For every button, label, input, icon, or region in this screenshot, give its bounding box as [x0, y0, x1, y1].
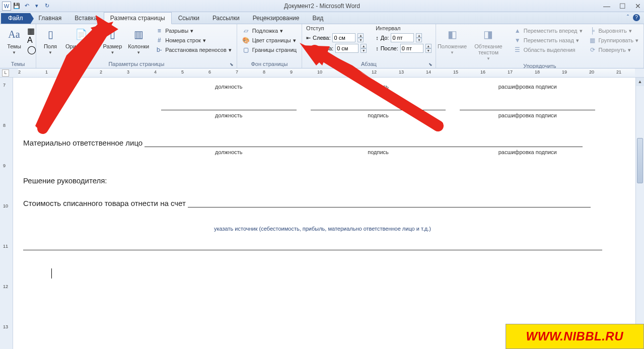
align-icon: ╞: [589, 27, 597, 35]
maximize-button[interactable]: ☐: [619, 2, 626, 10]
columns-icon: ▥: [130, 26, 147, 42]
margins-button[interactable]: ▯ Поля ▼: [39, 25, 61, 56]
backward-icon: ▼: [514, 36, 522, 44]
position-icon: ◧: [444, 26, 460, 42]
page-borders-button[interactable]: ▢Границы страниц: [240, 45, 299, 54]
group-page-background: ▱Подложка ▾ 🎨Цвет страницы ▾ ▢Границы ст…: [237, 24, 302, 68]
qat-dropdown-icon[interactable]: ▾: [32, 2, 41, 11]
document-page[interactable]: должность подпись расшифровка подписи до…: [13, 78, 644, 349]
minimize-ribbon-icon[interactable]: ˆ: [627, 14, 629, 21]
forward-icon: ▲: [514, 27, 522, 35]
hyphenation-button[interactable]: b-Расстановка переносов ▾: [153, 45, 233, 54]
selection-pane-button[interactable]: ☰Область выделения: [512, 45, 585, 54]
page-color-icon: 🎨: [242, 36, 250, 44]
themes-icon: Aa: [6, 26, 22, 42]
orientation-icon: 📄: [73, 26, 89, 42]
breaks-icon: ≡: [155, 27, 163, 35]
bring-forward-button[interactable]: ▲Переместить вперед ▾: [512, 26, 585, 35]
size-button[interactable]: ▯ Размер ▼: [101, 25, 124, 56]
spacing-after-input[interactable]: [400, 44, 423, 53]
vertical-ruler[interactable]: 78910111213: [0, 78, 13, 349]
indent-right-icon: ⇥: [306, 45, 311, 52]
themes-label: Темы: [7, 43, 21, 49]
send-backward-button[interactable]: ▼Переместить назад ▾: [512, 36, 585, 45]
text-cursor: [51, 268, 52, 278]
window-controls: — ☐ ✕: [603, 2, 641, 10]
tab-review[interactable]: Рецензирование: [246, 12, 306, 24]
margins-icon: ▯: [42, 26, 58, 42]
wrap-icon: ◨: [480, 26, 496, 42]
decision-heading: Решение руководителя:: [23, 176, 622, 185]
ribbon-tabs: Файл Главная Вставка Разметка страницы С…: [0, 12, 644, 24]
group-title-page-setup: Параметры страницы: [108, 61, 164, 67]
align-button[interactable]: ╞Выровнять ▾: [587, 26, 641, 35]
indent-right: ⇥ Справа: ▲▼: [305, 43, 368, 53]
group-title-themes: Темы: [3, 60, 33, 68]
chevron-down-icon: ▼: [12, 50, 16, 55]
tab-page-layout[interactable]: Разметка страницы: [104, 12, 172, 24]
watermark-button[interactable]: ▱Подложка ▾: [240, 26, 299, 35]
help-icon[interactable]: ?: [633, 14, 640, 21]
spacing-title: Интервал: [375, 25, 433, 32]
group-title-page-bg: Фон страницы: [240, 60, 299, 68]
margins-label: Поля: [44, 43, 57, 49]
word-icon[interactable]: W: [2, 2, 11, 11]
rotate-button[interactable]: ⟳Повернуть ▾: [587, 45, 641, 54]
page-color-button[interactable]: 🎨Цвет страницы ▾: [240, 36, 299, 45]
minimize-button[interactable]: —: [603, 2, 610, 10]
title-bar: W 💾 ↶ ▾ ↻ Документ2 - Microsoft Word — ☐…: [0, 0, 644, 12]
group-title-paragraph: Абзац: [361, 61, 377, 67]
tab-insert[interactable]: Вставка: [68, 12, 104, 24]
close-button[interactable]: ✕: [635, 2, 641, 10]
vertical-scrollbar[interactable]: ▲ ▼: [635, 78, 644, 349]
quick-access-toolbar: W 💾 ↶ ▾ ↻: [0, 2, 53, 11]
watermark-icon: ▱: [242, 27, 250, 35]
window-title: Документ2 - Microsoft Word: [284, 3, 360, 10]
columns-button[interactable]: ▥ Колонки ▼: [126, 25, 151, 56]
paragraph-launcher[interactable]: ⬊: [428, 62, 433, 67]
wrap-text-button[interactable]: ◨ Обтекание текстом ▼: [467, 25, 509, 62]
tab-selector[interactable]: L: [2, 69, 9, 77]
spacing-before: ↕ До: ▲▼: [375, 33, 433, 43]
sig-position: должность: [154, 84, 304, 90]
orientation-button[interactable]: 📄 Ориентация ▼: [63, 25, 99, 56]
sig-decipher: расшифровка подписи: [453, 84, 602, 90]
group-objects-button[interactable]: ▦Группировать ▾: [587, 36, 641, 45]
group-page-setup: ▯ Поля ▼ 📄 Ориентация ▼ ▯ Размер ▼ ▥ Кол…: [36, 24, 237, 68]
position-button[interactable]: ◧ Положение ▼: [439, 25, 466, 56]
hr-line: [23, 250, 602, 250]
watermark-badge: WWW.NIBBL.RU: [506, 324, 645, 349]
theme-effects-icon[interactable]: ◯: [27, 45, 36, 54]
themes-button[interactable]: Aa Темы ▼: [3, 25, 25, 56]
redo-icon[interactable]: ↻: [42, 2, 51, 11]
tab-home[interactable]: Главная: [32, 12, 68, 24]
tab-view[interactable]: Вид: [306, 12, 330, 24]
spin-down[interactable]: ▼: [357, 38, 364, 42]
line-numbers-button[interactable]: #Номера строк ▾: [153, 36, 233, 45]
indent-left-input[interactable]: [332, 33, 355, 42]
tab-file[interactable]: Файл: [1, 13, 30, 24]
tab-references[interactable]: Ссылки: [172, 12, 206, 24]
spacing-after: ↕ После: ▲▼: [375, 43, 433, 53]
breaks-button[interactable]: ≡Разрывы ▾: [153, 26, 233, 35]
horizontal-ruler[interactable]: L 21123456789101112131415161718192021: [0, 68, 644, 78]
spacing-before-input[interactable]: [391, 33, 414, 42]
save-icon[interactable]: 💾: [12, 2, 21, 11]
columns-label: Колонки: [128, 43, 149, 49]
page-setup-launcher[interactable]: ⬊: [230, 62, 234, 67]
scroll-up-icon[interactable]: ▲: [636, 78, 644, 86]
spacing-before-icon: ↕: [376, 35, 379, 41]
page-borders-icon: ▢: [242, 46, 250, 54]
theme-fonts-icon[interactable]: A: [27, 36, 36, 45]
theme-colors-icon[interactable]: ▦: [27, 26, 36, 36]
undo-icon[interactable]: ↶: [22, 2, 31, 11]
scroll-thumb[interactable]: [637, 138, 643, 183]
spin-up[interactable]: ▲: [357, 33, 364, 38]
ribbon: Aa Темы ▼ ▦ A ◯ Темы ▯ Поля ▼ 📄 Ориентац…: [0, 24, 644, 68]
selection-icon: ☰: [514, 46, 522, 54]
cost-line: Стоимость списанного товара отнести на с…: [23, 199, 622, 207]
indent-right-input[interactable]: [335, 44, 359, 53]
sig-signature: подпись: [304, 84, 453, 90]
tab-mailings[interactable]: Рассылки: [206, 12, 246, 24]
size-icon: ▯: [104, 26, 120, 42]
